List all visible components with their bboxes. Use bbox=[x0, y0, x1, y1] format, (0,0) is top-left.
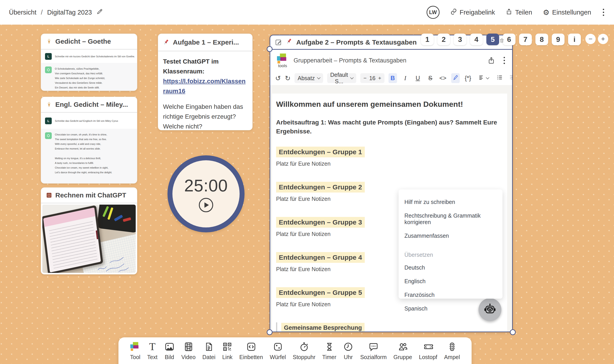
dock-item-gruppe[interactable]: Gruppe bbox=[393, 341, 412, 364]
dock-item-bild[interactable]: Bild bbox=[164, 341, 175, 364]
document-menu-button[interactable] bbox=[503, 56, 506, 65]
gear-icon: ⚙ bbox=[543, 9, 549, 16]
font-size-increase-button[interactable]: + bbox=[378, 75, 381, 81]
bullet-list-icon bbox=[497, 74, 503, 82]
doc-footer-row: Gemeinsame Besprechung bbox=[276, 322, 498, 332]
card-aufgabe2-title: Aufgabe 2 – Prompts & Textausgaben bbox=[296, 39, 417, 46]
font-style-dropdown[interactable]: Default S... bbox=[327, 73, 356, 83]
export-share-button[interactable] bbox=[487, 57, 495, 64]
dock-item-sozialform[interactable]: Sozialform bbox=[360, 341, 387, 364]
chevron-down-icon bbox=[317, 76, 320, 79]
share-button[interactable]: Teilen bbox=[506, 8, 532, 17]
font-size-decrease-button[interactable]: − bbox=[364, 75, 366, 81]
dock-item-ampel[interactable]: Ampel bbox=[444, 341, 460, 364]
menu-item-help-me-write[interactable]: Hilf mir zu schreiben bbox=[399, 195, 502, 209]
paragraph-style-dropdown[interactable]: Absatz bbox=[294, 73, 323, 83]
delete-page-button[interactable] bbox=[499, 38, 505, 43]
bold-button[interactable]: B bbox=[389, 73, 397, 83]
page-button-7[interactable]: 7 bbox=[519, 34, 532, 45]
redo-icon[interactable]: ↻ bbox=[285, 74, 290, 82]
clock-icon bbox=[343, 341, 353, 352]
ordered-list-button[interactable] bbox=[508, 73, 512, 83]
document-title: Gruppenarbeit – Prompts & Textausgaben bbox=[294, 57, 483, 64]
card-miley-header: Engl. Gedicht – Miley... bbox=[41, 97, 137, 113]
page-button-2[interactable]: 2 bbox=[437, 34, 450, 45]
dock-item-tool[interactable]: Tool bbox=[130, 341, 140, 364]
page-button-9[interactable]: 9 bbox=[552, 34, 564, 45]
rename-board-button[interactable] bbox=[96, 8, 103, 17]
dock-item-text[interactable]: T Text bbox=[147, 341, 157, 364]
classroom-link[interactable]: https://l.fobizz.com/Klassenraum16 bbox=[163, 78, 246, 94]
dock-item-lostopf[interactable]: Lostopf bbox=[419, 341, 437, 364]
miley-response-row: Chocolate ice cream, oh yeah, it's time … bbox=[41, 129, 137, 183]
card-aufgabe-2-selected[interactable]: Aufgabe 2 – Prompts & Textausgaben tools… bbox=[270, 35, 513, 332]
menu-item-english[interactable]: Englisch bbox=[399, 274, 502, 288]
breadcrumb: Übersicht / DigitalTag 2023 bbox=[9, 8, 103, 17]
group-heading: Entdeckungen – Gruppe 5 bbox=[276, 287, 365, 298]
page-button-6[interactable]: 6 bbox=[503, 34, 515, 45]
strikethrough-button[interactable]: S bbox=[426, 73, 435, 83]
group-block-1: Entdeckungen – Gruppe 1 Platz für Eure N… bbox=[276, 147, 498, 167]
timer-play-button[interactable] bbox=[199, 198, 213, 212]
settings-button[interactable]: ⚙ Einstellungen bbox=[543, 9, 591, 16]
undo-icon[interactable]: ↺ bbox=[275, 74, 281, 82]
card-gedicht-goethe[interactable]: Gedicht – Goethe L Schreibe mir ein kurz… bbox=[41, 34, 137, 91]
dock-item-uhr[interactable]: Uhr bbox=[343, 341, 353, 364]
hourglass-icon bbox=[325, 341, 334, 352]
code-button[interactable]: <> bbox=[439, 73, 447, 83]
menu-item-fix-spelling-grammar[interactable]: Rechtschreibung & Grammatik korrigieren bbox=[399, 209, 502, 229]
user-chat-avatar: L bbox=[45, 53, 52, 60]
selection-handle-top-left[interactable] bbox=[267, 46, 273, 52]
page-button-5-active[interactable]: 5 bbox=[486, 34, 499, 45]
card-rechnen-mit-chatgpt[interactable]: Rechnen mit ChatGPT bbox=[41, 187, 137, 274]
pen-icon bbox=[452, 74, 458, 82]
menu-item-summarize[interactable]: Zusammenfassen bbox=[399, 229, 502, 243]
dock-item-timer[interactable]: Timer bbox=[322, 341, 336, 364]
page-button-1[interactable]: 1 bbox=[421, 34, 434, 45]
highlight-pen-button[interactable] bbox=[451, 73, 460, 83]
doc-footer-heading: Gemeinsame Besprechung bbox=[281, 323, 365, 332]
group-heading: Entdeckungen – Gruppe 4 bbox=[276, 252, 365, 263]
menu-item-spanish[interactable]: Spanisch bbox=[399, 302, 502, 315]
page-button-3[interactable]: 3 bbox=[454, 34, 466, 45]
more-options-button[interactable] bbox=[602, 8, 605, 17]
dock-item-link[interactable]: Link bbox=[222, 341, 233, 364]
settings-label: Einstellungen bbox=[552, 9, 591, 16]
dice-icon bbox=[273, 341, 283, 352]
breadcrumb-overview-link[interactable]: Übersicht bbox=[9, 9, 37, 16]
dock-item-einbetten[interactable]: Einbetten bbox=[239, 341, 263, 364]
align-dropdown[interactable] bbox=[479, 73, 488, 83]
bullet-list-button[interactable] bbox=[496, 73, 504, 83]
share-label: Teilen bbox=[515, 9, 532, 16]
dock-item-stoppuhr[interactable]: Stoppuhr bbox=[293, 341, 315, 364]
selection-handle-bottom-right[interactable] bbox=[510, 329, 516, 335]
placeholder-token-button[interactable]: {*} bbox=[464, 73, 472, 83]
menu-item-german[interactable]: Deutsch bbox=[399, 261, 502, 274]
page-button-8[interactable]: 8 bbox=[536, 34, 548, 45]
align-left-icon bbox=[478, 74, 484, 82]
share-link-button[interactable]: Freigabelink bbox=[450, 8, 495, 17]
italic-button[interactable]: I bbox=[401, 73, 410, 83]
ice-cream-icon bbox=[46, 101, 52, 108]
user-avatar[interactable]: LW bbox=[427, 6, 440, 19]
zoom-out-button[interactable]: − bbox=[585, 34, 596, 44]
underline-button[interactable]: U bbox=[414, 73, 422, 83]
timer-widget: 25:00 bbox=[168, 155, 245, 232]
doc-task: Arbeitsauftrag 1: Was macht gute Prompts… bbox=[276, 118, 498, 136]
topbar-actions: LW Freigabelink Teilen ⚙ Einstellung bbox=[427, 6, 605, 19]
dock-item-datei[interactable]: Datei bbox=[202, 341, 215, 364]
page-switcher: 1 2 3 4 5 6 7 8 9 i bbox=[421, 34, 581, 45]
card-aufgabe1-title: Aufgabe 1 – Experi... bbox=[173, 39, 239, 46]
selection-handle-bottom-left[interactable] bbox=[267, 329, 273, 335]
goethe-prompt-row: L Schreibe mir ein kurzes Gedicht über S… bbox=[41, 50, 137, 63]
card-engl-gedicht-miley[interactable]: Engl. Gedicht – Miley... L Schreibe das … bbox=[41, 97, 137, 183]
card-aufgabe-1[interactable]: Aufgabe 1 – Experi... Testet ChatGPT im … bbox=[158, 34, 253, 130]
edit-card-button[interactable] bbox=[275, 39, 282, 46]
page-button-info[interactable]: i bbox=[568, 34, 581, 45]
menu-item-french[interactable]: Französisch bbox=[399, 288, 502, 302]
dock-item-wuerfel[interactable]: Würfel bbox=[270, 341, 286, 364]
dock-item-video[interactable]: Video bbox=[181, 341, 196, 364]
file-icon bbox=[204, 341, 214, 352]
page-button-4[interactable]: 4 bbox=[470, 34, 483, 45]
zoom-in-button[interactable]: + bbox=[598, 34, 608, 44]
